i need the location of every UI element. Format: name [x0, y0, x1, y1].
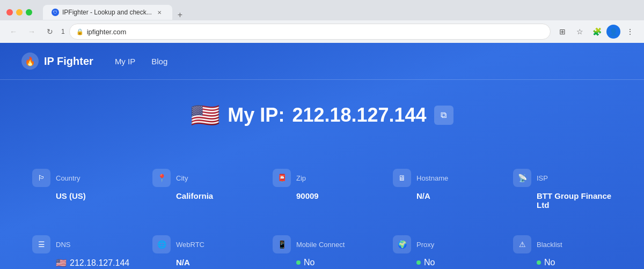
country-label: Country — [56, 174, 80, 182]
info-hostname: 🖥 Hostname N/A — [382, 161, 502, 217]
webrtc-label: WebRTC — [176, 241, 204, 249]
site-navigation: 🔥 IP Fighter My IP Blog — [0, 43, 644, 80]
ip-display: 🇺🇸 My IP: 212.18.127.144 ⧉ — [11, 101, 633, 129]
maximize-window-button[interactable] — [26, 9, 32, 16]
browser-window: 🛡 IPFighter - Lookup and check... ✕ + ← … — [0, 0, 644, 269]
site-logo[interactable]: 🔥 IP Fighter — [21, 53, 93, 70]
info-mobile: 📱 Mobile Connect No — [262, 228, 382, 269]
nav-blog[interactable]: Blog — [151, 57, 167, 66]
info-grid-row1: 🏳 Country US (US) 📍 City California 📮 Zi… — [0, 151, 644, 228]
info-grid-row2: ☰ DNS 🇺🇸 212.18.127.144 🌐 WebRTC N/A — [0, 228, 644, 269]
browser-titlebar: 🛡 IPFighter - Lookup and check... ✕ + — [0, 0, 644, 20]
webrtc-value: N/A — [152, 258, 251, 267]
hostname-icon: 🖥 — [393, 169, 411, 187]
info-dns: ☰ DNS 🇺🇸 212.18.127.144 — [21, 228, 142, 269]
nav-links: My IP Blog — [115, 57, 167, 66]
info-isp: 📡 ISP BTT Group Finance Ltd — [502, 161, 623, 217]
city-icon: 📍 — [152, 169, 171, 187]
ip-address: 212.18.127.144 — [292, 104, 426, 126]
reload-button[interactable]: ↻ — [43, 25, 57, 39]
back-button[interactable]: ← — [6, 25, 20, 39]
dns-flag: 🇺🇸 — [56, 258, 67, 268]
mobile-status-dot — [296, 260, 301, 265]
menu-button[interactable]: ⋮ — [623, 24, 638, 39]
mobile-value-row: No — [273, 258, 371, 267]
dns-label: DNS — [56, 241, 70, 249]
city-value: California — [152, 191, 251, 200]
isp-value: BTT Group Finance Ltd — [513, 191, 612, 210]
isp-icon: 📡 — [513, 169, 531, 187]
address-bar[interactable]: 🔒 — [69, 24, 551, 40]
main-ip-section: 🇺🇸 My IP: 212.18.127.144 ⧉ — [0, 80, 644, 151]
browser-toolbar: ← → ↻ 1 🔒 ⊞ ☆ 🧩 👤 ⋮ — [0, 20, 644, 43]
blacklist-label: Blacklist — [537, 241, 562, 249]
info-city: 📍 City California — [142, 161, 262, 217]
browser-tabs: 🛡 IPFighter - Lookup and check... ✕ + — [43, 5, 186, 20]
toolbar-right: ⊞ ☆ 🧩 👤 ⋮ — [555, 24, 638, 39]
proxy-value: No — [424, 258, 435, 267]
info-proxy: 🌍 Proxy No — [382, 228, 502, 269]
proxy-icon: 🌍 — [393, 235, 411, 253]
mobile-icon: 📱 — [273, 235, 291, 253]
mobile-label: Mobile Connect — [296, 241, 345, 249]
isp-label: ISP — [537, 174, 548, 182]
blacklist-icon: ⚠ — [513, 235, 531, 253]
url-input[interactable] — [87, 28, 544, 36]
info-zip: 📮 Zip 90009 — [262, 161, 382, 217]
new-tab-button[interactable]: + — [174, 10, 186, 20]
proxy-status-dot — [416, 260, 421, 265]
minimize-window-button[interactable] — [16, 9, 23, 16]
info-blacklist: ⚠ Blacklist No — [502, 228, 623, 269]
zip-label: Zip — [296, 174, 306, 182]
ip-label: My IP: — [228, 104, 284, 126]
webrtc-icon: 🌐 — [152, 235, 171, 253]
tab-close-button[interactable]: ✕ — [155, 8, 164, 17]
country-flag: 🇺🇸 — [191, 101, 220, 129]
mobile-value: No — [304, 258, 314, 267]
logo-icon: 🔥 — [21, 53, 39, 70]
translate-button[interactable]: ⊞ — [555, 24, 570, 39]
window-controls — [6, 9, 32, 16]
dns-icon: ☰ — [32, 235, 50, 253]
info-webrtc: 🌐 WebRTC N/A — [142, 228, 262, 269]
forward-button[interactable]: → — [25, 25, 39, 39]
profile-button[interactable]: 👤 — [606, 25, 620, 39]
hostname-label: Hostname — [416, 174, 448, 182]
country-value: US (US) — [32, 191, 131, 200]
extensions-button[interactable]: 🧩 — [589, 24, 604, 39]
tab-counter: 1 — [61, 28, 65, 35]
logo-text: IP Fighter — [44, 55, 93, 68]
country-icon: 🏳 — [32, 169, 50, 187]
proxy-label: Proxy — [416, 241, 434, 249]
tab-favicon: 🛡 — [52, 9, 59, 16]
nav-myip[interactable]: My IP — [115, 57, 135, 66]
lock-icon: 🔒 — [76, 28, 84, 35]
close-window-button[interactable] — [6, 9, 13, 16]
city-label: City — [176, 174, 188, 182]
info-country: 🏳 Country US (US) — [21, 161, 142, 217]
zip-value: 90009 — [273, 191, 371, 200]
dns-value: 212.18.127.144 — [70, 258, 129, 268]
active-tab[interactable]: 🛡 IPFighter - Lookup and check... ✕ — [43, 5, 172, 20]
blacklist-value-row: No — [513, 258, 612, 267]
blacklist-value: No — [544, 258, 555, 267]
zip-icon: 📮 — [273, 169, 291, 187]
bookmark-button[interactable]: ☆ — [572, 24, 587, 39]
proxy-value-row: No — [393, 258, 492, 267]
tab-title: IPFighter - Lookup and check... — [62, 9, 152, 16]
website-content: 🔥 IP Fighter My IP Blog 🇺🇸 My IP: 212.18… — [0, 43, 644, 269]
blacklist-status-dot — [537, 260, 541, 265]
copy-icon: ⧉ — [441, 110, 447, 120]
dns-value-row: 🇺🇸 212.18.127.144 — [32, 258, 131, 268]
hostname-value: N/A — [393, 191, 492, 200]
copy-ip-button[interactable]: ⧉ — [434, 106, 453, 125]
